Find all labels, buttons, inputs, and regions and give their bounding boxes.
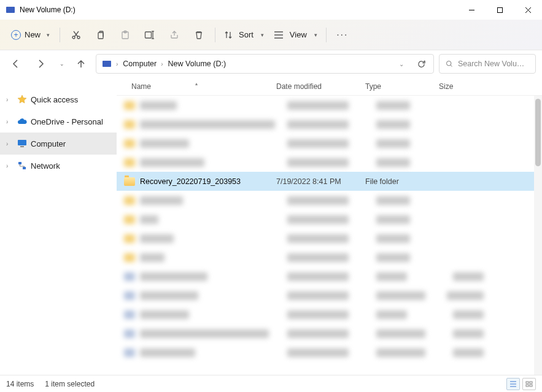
svg-line-19 xyxy=(451,65,452,66)
sort-label: Sort xyxy=(239,30,254,39)
expand-icon[interactable]: › xyxy=(6,96,14,103)
sidebar-item-onedrive[interactable]: › OneDrive - Personal xyxy=(0,110,117,133)
svg-point-18 xyxy=(446,61,451,66)
window-title: New Volume (D:) xyxy=(20,6,75,14)
chevron-right-icon: › xyxy=(161,61,163,67)
more-button[interactable]: ··· xyxy=(330,24,355,46)
list-item[interactable] xyxy=(117,324,542,343)
cloud-icon xyxy=(17,117,27,126)
separator xyxy=(326,28,327,42)
rename-button[interactable] xyxy=(137,24,162,46)
refresh-button[interactable] xyxy=(412,55,430,72)
separator xyxy=(60,28,60,42)
breadcrumb-label: New Volume (D:) xyxy=(168,60,226,68)
breadcrumb-segment[interactable]: Computer› xyxy=(123,60,163,68)
drive-icon xyxy=(6,7,15,13)
share-button[interactable] xyxy=(162,24,187,46)
search-icon xyxy=(446,60,453,68)
column-label: Size xyxy=(439,82,453,91)
list-item[interactable] xyxy=(117,229,542,248)
svg-rect-11 xyxy=(145,32,152,38)
column-header-name[interactable]: ▴ Name xyxy=(117,82,276,91)
delete-button[interactable] xyxy=(187,24,211,46)
column-headers: ▴ Name Date modified Type Size xyxy=(117,77,542,96)
svg-rect-28 xyxy=(530,382,532,383)
address-dropdown[interactable]: ⌄ xyxy=(395,61,408,67)
svg-rect-21 xyxy=(20,146,24,147)
up-button[interactable] xyxy=(71,54,91,74)
list-item[interactable] xyxy=(117,210,542,229)
chevron-down-icon: ⌄ xyxy=(60,61,64,67)
cut-button[interactable] xyxy=(64,24,88,46)
column-label: Name xyxy=(131,82,151,91)
view-button[interactable]: View ▾ xyxy=(269,30,322,39)
list-item[interactable] xyxy=(117,286,542,305)
search-box[interactable] xyxy=(439,54,536,74)
file-date: 7/19/2022 8:41 PM xyxy=(276,177,365,186)
selection-count: 1 item selected xyxy=(45,380,95,388)
breadcrumb-label: Computer xyxy=(123,60,157,68)
window-controls xyxy=(457,0,542,20)
list-item[interactable] xyxy=(117,305,542,324)
nav-row: ⌄ › Computer› New Volume (D:) ⌄ xyxy=(0,50,542,77)
column-header-size[interactable]: Size xyxy=(439,82,485,91)
new-label: New xyxy=(25,30,41,39)
scrollbar-thumb[interactable] xyxy=(535,99,541,166)
sort-ascending-icon: ▴ xyxy=(195,81,198,86)
back-button[interactable] xyxy=(6,54,26,74)
sidebar-item-label: Network xyxy=(31,161,60,171)
list-item[interactable] xyxy=(117,96,542,115)
chevron-down-icon: ▾ xyxy=(314,32,317,38)
svg-rect-23 xyxy=(23,167,26,169)
sidebar-item-computer[interactable]: › Computer xyxy=(0,133,117,155)
recent-locations-button[interactable]: ⌄ xyxy=(55,54,66,74)
copy-button[interactable] xyxy=(88,24,113,46)
list-item[interactable] xyxy=(117,115,542,134)
navigation-pane: › Quick access › OneDrive - Personal › C… xyxy=(0,77,117,375)
separator xyxy=(215,28,215,42)
address-bar[interactable]: › Computer› New Volume (D:) ⌄ xyxy=(96,54,434,74)
status-bar: 14 items 1 item selected xyxy=(0,375,542,392)
sort-icon xyxy=(224,31,233,39)
main-area: › Quick access › OneDrive - Personal › C… xyxy=(0,77,542,375)
column-label: Date modified xyxy=(276,82,322,91)
list-item[interactable] xyxy=(117,248,542,267)
view-toggle xyxy=(506,378,536,390)
drive-icon xyxy=(103,61,111,67)
file-name: Recovery_20220719_203953 xyxy=(140,177,241,186)
expand-icon[interactable]: › xyxy=(6,140,14,147)
sort-button[interactable]: Sort ▾ xyxy=(219,30,269,39)
sidebar-item-quick-access[interactable]: › Quick access xyxy=(0,88,117,110)
forward-button[interactable] xyxy=(31,54,50,74)
paste-button[interactable] xyxy=(113,24,137,46)
thumbnails-view-button[interactable] xyxy=(522,378,536,390)
list-item[interactable] xyxy=(117,343,542,362)
list-item[interactable] xyxy=(117,134,542,153)
breadcrumb-segment[interactable]: New Volume (D:) xyxy=(168,60,226,68)
chevron-down-icon: ▾ xyxy=(261,32,264,38)
file-list: Recovery_20220719_203953 7/19/2022 8:41 … xyxy=(117,96,542,375)
sidebar-item-network[interactable]: › Network xyxy=(0,155,117,177)
minimize-button[interactable] xyxy=(457,0,486,20)
maximize-button[interactable] xyxy=(486,0,514,20)
list-item-selected[interactable]: Recovery_20220719_203953 7/19/2022 8:41 … xyxy=(117,172,542,191)
details-view-button[interactable] xyxy=(506,378,520,390)
list-item[interactable] xyxy=(117,191,542,210)
chevron-right-icon: › xyxy=(116,61,118,67)
plus-circle-icon: + xyxy=(11,30,21,40)
svg-rect-20 xyxy=(18,140,26,145)
view-icon xyxy=(274,31,284,39)
vertical-scrollbar[interactable] xyxy=(534,96,542,375)
close-button[interactable] xyxy=(514,0,542,20)
expand-icon[interactable]: › xyxy=(6,118,14,125)
new-button[interactable]: + New ▾ xyxy=(5,24,56,46)
list-item[interactable] xyxy=(117,267,542,286)
file-type: File folder xyxy=(365,177,439,186)
column-header-type[interactable]: Type xyxy=(365,82,439,91)
monitor-icon xyxy=(17,139,27,148)
search-input[interactable] xyxy=(458,60,529,68)
list-item[interactable] xyxy=(117,153,542,172)
sidebar-item-label: Quick access xyxy=(31,95,78,104)
expand-icon[interactable]: › xyxy=(6,163,14,169)
column-header-date[interactable]: Date modified xyxy=(276,82,365,91)
